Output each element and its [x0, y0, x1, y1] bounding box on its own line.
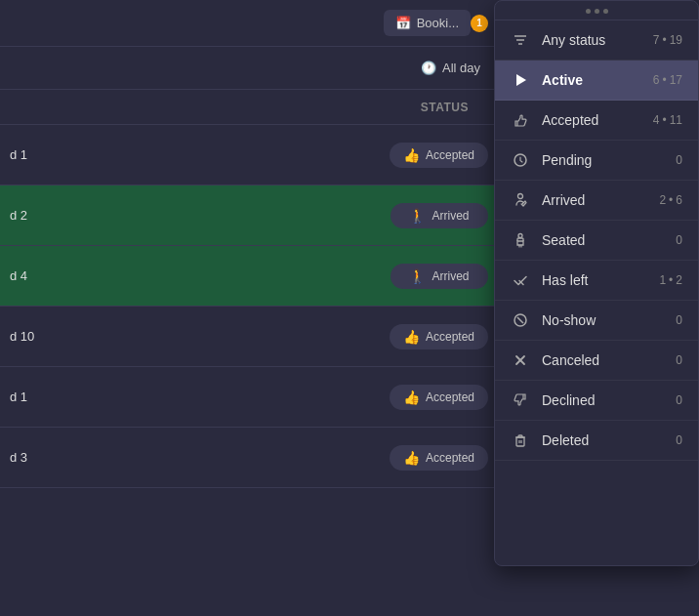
dropdown-item-label-accepted: Accepted [542, 112, 641, 128]
dropdown-item-label-seated: Seated [542, 232, 664, 248]
count1-seated: 0 [676, 233, 682, 247]
svg-marker-3 [516, 74, 526, 86]
count1-active: 6 [653, 73, 660, 87]
table-row-row-4[interactable]: d 10👍Accepted [0, 307, 498, 367]
dropdown-item-counts-canceled: 0 [676, 353, 682, 367]
dropdown-item-arrived[interactable]: Arrived2 • 6 [495, 181, 698, 221]
status-column-header: Status [421, 101, 469, 114]
count2-active: 17 [670, 73, 682, 87]
table-row-row-3[interactable]: d 4🚶Arrived [0, 246, 498, 307]
booking-label: Booki... [417, 16, 459, 30]
status-text: Accepted [426, 148, 474, 162]
count1-no-show: 0 [676, 313, 682, 327]
table-row-row-6[interactable]: d 3👍Accepted [0, 428, 498, 488]
svg-rect-11 [516, 437, 524, 446]
svg-line-8 [517, 317, 523, 323]
status-text: Accepted [426, 330, 474, 344]
calendar-icon: 📅 [395, 16, 411, 30]
row-label: d 10 [10, 329, 68, 344]
arrived-icon: 🚶 [409, 208, 426, 224]
dropdown-item-label-any-status: Any status [542, 32, 641, 48]
dropdown-item-counts-arrived: 2 • 6 [659, 193, 682, 207]
sub-bar: 🕐 All day [0, 47, 498, 90]
dropdown-item-counts-has-left: 1 • 2 [659, 273, 682, 287]
table-row-row-1[interactable]: d 1👍Accepted [0, 125, 498, 185]
row-label: d 1 [10, 147, 68, 162]
person-arrived-icon [511, 190, 530, 210]
status-dropdown[interactable]: Any status7 • 19Active6 • 17Accepted4 • … [494, 0, 699, 566]
dropdown-item-seated[interactable]: Seated0 [495, 221, 698, 261]
count-dot-active: • [662, 73, 666, 87]
count1-arrived: 2 [659, 193, 666, 207]
status-text: Arrived [432, 209, 469, 223]
dropdown-top-dots [495, 1, 698, 21]
dropdown-item-label-deleted: Deleted [542, 432, 664, 448]
status-text: Arrived [432, 269, 469, 283]
dropdown-item-any-status[interactable]: Any status7 • 19 [495, 21, 698, 61]
column-headers: Status [0, 90, 498, 125]
dropdown-item-accepted[interactable]: Accepted4 • 11 [495, 101, 698, 141]
row-label: d 4 [10, 268, 68, 283]
table-rows: d 1👍Acceptedd 2🚶Arrivedd 4🚶Arrivedd 10👍A… [0, 125, 498, 488]
check-left-icon [511, 270, 530, 290]
count2-has-left: 2 [676, 273, 682, 287]
no-show-icon [511, 310, 530, 330]
dropdown-item-pending[interactable]: Pending0 [495, 141, 698, 181]
dropdown-item-counts-any-status: 7 • 19 [653, 33, 682, 47]
dropdown-item-declined[interactable]: Declined0 [495, 381, 698, 421]
dropdown-item-deleted[interactable]: Deleted0 [495, 421, 698, 461]
status-pill-row-2: 🚶Arrived [391, 203, 488, 228]
count-dot-accepted: • [662, 113, 666, 127]
dropdown-item-canceled[interactable]: Canceled0 [495, 341, 698, 381]
count1-declined: 0 [676, 393, 682, 407]
filter-icon [511, 30, 530, 50]
count-dot-any-status: • [662, 33, 666, 47]
svg-point-5 [518, 194, 523, 199]
allday-label: All day [442, 61, 480, 75]
status-text: Accepted [426, 390, 474, 404]
thumb-icon: 👍 [403, 450, 420, 466]
booking-button[interactable]: 📅 Booki... [384, 10, 471, 36]
dropdown-item-has-left[interactable]: Has left1 • 2 [495, 261, 698, 301]
dropdown-item-counts-pending: 0 [676, 153, 682, 167]
count1-deleted: 0 [676, 433, 682, 447]
table-row-row-2[interactable]: d 2🚶Arrived [0, 185, 498, 246]
thumb-icon: 👍 [403, 147, 420, 163]
clock-icon: 🕐 [421, 61, 436, 75]
dropdown-item-label-declined: Declined [542, 392, 664, 408]
dropdown-item-label-active: Active [542, 72, 641, 88]
dropdown-item-label-canceled: Canceled [542, 352, 664, 368]
seated-icon [511, 230, 530, 250]
count-dot-has-left: • [669, 273, 673, 287]
dropdown-item-counts-declined: 0 [676, 393, 682, 407]
dropdown-item-no-show[interactable]: No-show0 [495, 301, 698, 341]
thumb-up-icon [511, 110, 530, 130]
table-row-row-5[interactable]: d 1👍Accepted [0, 367, 498, 428]
notification-badge: 1 [471, 15, 488, 32]
status-text: Accepted [426, 451, 474, 465]
count1-has-left: 1 [659, 273, 666, 287]
top-bar: 📅 Booki... 1 [0, 0, 498, 47]
row-label: d 1 [10, 390, 68, 404]
dropdown-item-label-arrived: Arrived [542, 192, 647, 208]
dot-3 [603, 9, 608, 14]
count-dot-arrived: • [669, 193, 673, 207]
thumb-icon: 👍 [403, 329, 420, 345]
status-pill-row-5: 👍Accepted [390, 385, 488, 410]
dropdown-item-counts-deleted: 0 [676, 433, 682, 447]
table-area: 📅 Booki... 1 🕐 All day Status d 1👍Accept… [0, 0, 498, 616]
arrived-icon: 🚶 [409, 268, 426, 284]
allday-button[interactable]: 🕐 All day [413, 57, 488, 79]
dropdown-item-counts-accepted: 4 • 11 [653, 113, 682, 127]
count1-any-status: 7 [653, 33, 660, 47]
dropdown-item-active[interactable]: Active6 • 17 [495, 61, 698, 101]
dropdown-item-label-no-show: No-show [542, 312, 664, 328]
count1-accepted: 4 [653, 113, 660, 127]
dropdown-item-label-pending: Pending [542, 152, 664, 168]
status-pill-row-1: 👍Accepted [390, 143, 488, 168]
dropdown-item-counts-seated: 0 [676, 233, 682, 247]
count2-accepted: 11 [670, 113, 682, 127]
dropdown-item-label-has-left: Has left [542, 272, 647, 288]
row-label: d 3 [10, 450, 68, 465]
dot-2 [595, 9, 599, 14]
